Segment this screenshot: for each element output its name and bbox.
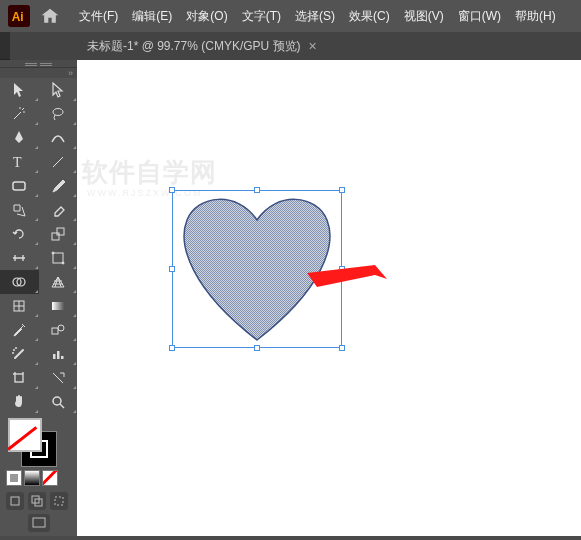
document-tab[interactable]: 未标题-1* @ 99.77% (CMYK/GPU 预览) × (77, 32, 327, 60)
svg-rect-22 (15, 374, 23, 382)
color-mode-row (0, 466, 77, 488)
svg-rect-19 (53, 354, 56, 359)
width-tool-icon[interactable] (0, 246, 39, 270)
canvas-artboard[interactable]: 软件自学网 WWW.RJSZXW.COM (77, 60, 581, 536)
shaper-tool-icon[interactable] (0, 198, 39, 222)
svg-rect-8 (53, 253, 63, 263)
resize-handle-tm[interactable] (254, 187, 260, 193)
svg-rect-16 (52, 302, 64, 310)
color-mode-gradient-icon[interactable] (24, 470, 40, 486)
shape-builder-tool-icon[interactable] (0, 270, 39, 294)
tab-close-icon[interactable]: × (309, 39, 317, 53)
svg-marker-36 (307, 265, 387, 287)
app-titlebar: Ai 文件(F) 编辑(E) 对象(O) 文字(T) 选择(S) 效果(C) 视… (0, 0, 581, 32)
svg-rect-7 (57, 228, 64, 235)
panel-grip-icon[interactable] (0, 60, 77, 68)
zoom-tool-icon[interactable] (39, 390, 78, 414)
curvature-tool-icon[interactable] (39, 126, 78, 150)
eraser-tool-icon[interactable] (39, 198, 78, 222)
svg-point-2 (53, 109, 63, 116)
column-graph-tool-icon[interactable] (39, 342, 78, 366)
fill-stroke-swatch[interactable] (8, 418, 56, 466)
resize-handle-ml[interactable] (169, 266, 175, 272)
draw-behind-icon[interactable] (28, 492, 46, 510)
resize-handle-bm[interactable] (254, 345, 260, 351)
svg-point-9 (52, 252, 54, 254)
lasso-tool-icon[interactable] (39, 102, 78, 126)
menu-effect[interactable]: 效果(C) (342, 2, 397, 31)
menu-window[interactable]: 窗口(W) (451, 2, 508, 31)
main-menu: 文件(F) 编辑(E) 对象(O) 文字(T) 选择(S) 效果(C) 视图(V… (72, 2, 563, 31)
resize-handle-bl[interactable] (169, 345, 175, 351)
menu-edit[interactable]: 编辑(E) (125, 2, 179, 31)
menu-object[interactable]: 对象(O) (179, 2, 234, 31)
svg-rect-31 (55, 497, 63, 505)
color-mode-solid-icon[interactable] (6, 470, 22, 486)
document-tabbar: 未标题-1* @ 99.77% (CMYK/GPU 预览) × (77, 32, 581, 60)
watermark-text: 软件自学网 (82, 155, 217, 190)
draw-normal-icon[interactable] (6, 492, 24, 510)
blend-tool-icon[interactable] (39, 318, 78, 342)
artboard-tool-icon[interactable] (0, 366, 39, 390)
line-tool-icon[interactable] (39, 150, 78, 174)
svg-rect-32 (33, 518, 45, 527)
draw-inside-icon[interactable] (50, 492, 68, 510)
gradient-tool-icon[interactable] (39, 294, 78, 318)
svg-line-4 (53, 157, 63, 167)
perspective-grid-tool-icon[interactable] (39, 270, 78, 294)
screen-mode-icon[interactable] (0, 516, 77, 530)
free-transform-tool-icon[interactable] (39, 246, 78, 270)
svg-point-10 (62, 262, 64, 264)
annotation-arrow-icon (307, 265, 387, 300)
svg-text:Ai: Ai (12, 10, 24, 24)
panel-collapse-icon[interactable] (0, 68, 77, 78)
rotate-tool-icon[interactable] (0, 222, 39, 246)
tools-panel: T (0, 60, 77, 536)
fill-swatch[interactable] (8, 418, 42, 452)
scale-tool-icon[interactable] (39, 222, 78, 246)
menu-help[interactable]: 帮助(H) (508, 2, 563, 31)
svg-rect-21 (61, 356, 64, 359)
home-icon[interactable] (40, 7, 60, 25)
resize-handle-tl[interactable] (169, 187, 175, 193)
symbol-sprayer-tool-icon[interactable] (0, 342, 39, 366)
svg-rect-6 (52, 233, 59, 240)
menu-type[interactable]: 文字(T) (235, 2, 288, 31)
screen-mode-row (0, 488, 77, 514)
magic-wand-tool-icon[interactable] (0, 102, 39, 126)
type-tool-icon[interactable]: T (0, 150, 39, 174)
direct-selection-tool-icon[interactable] (39, 78, 78, 102)
resize-handle-br[interactable] (339, 345, 345, 351)
mesh-tool-icon[interactable] (0, 294, 39, 318)
resize-handle-tr[interactable] (339, 187, 345, 193)
svg-line-27 (60, 404, 64, 408)
menu-select[interactable]: 选择(S) (288, 2, 342, 31)
svg-rect-5 (13, 182, 25, 190)
svg-point-18 (58, 325, 64, 331)
svg-point-26 (53, 397, 61, 405)
pen-tool-icon[interactable] (0, 126, 39, 150)
selection-tool-icon[interactable] (0, 78, 39, 102)
paintbrush-tool-icon[interactable] (39, 174, 78, 198)
svg-text:T: T (13, 155, 22, 170)
menu-view[interactable]: 视图(V) (397, 2, 451, 31)
slice-tool-icon[interactable] (39, 366, 78, 390)
svg-rect-17 (52, 328, 58, 334)
svg-rect-20 (57, 351, 60, 359)
document-tab-title: 未标题-1* @ 99.77% (CMYK/GPU 预览) (87, 38, 301, 55)
menu-file[interactable]: 文件(F) (72, 2, 125, 31)
app-logo-icon: Ai (8, 5, 30, 27)
hand-tool-icon[interactable] (0, 390, 39, 414)
eyedropper-tool-icon[interactable] (0, 318, 39, 342)
color-mode-none-icon[interactable] (42, 470, 58, 486)
svg-rect-28 (11, 497, 19, 505)
rectangle-tool-icon[interactable] (0, 174, 39, 198)
